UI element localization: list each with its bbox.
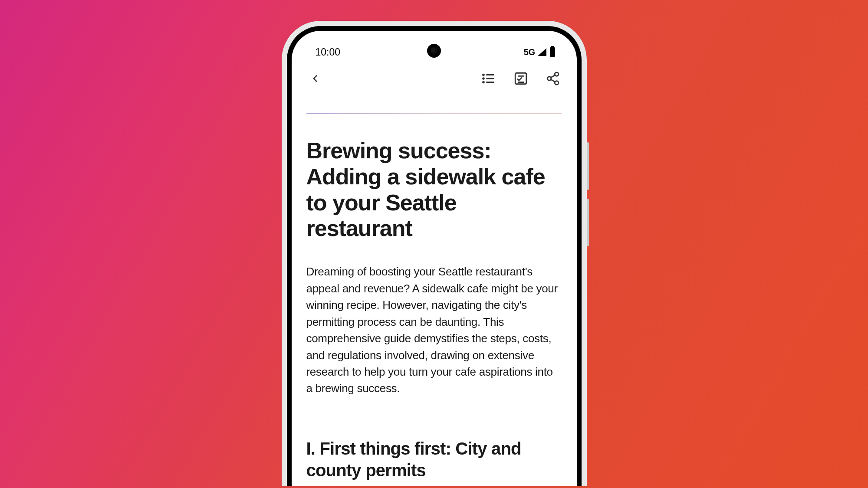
svg-point-5 <box>483 82 484 83</box>
share-button[interactable] <box>546 71 560 86</box>
svg-point-3 <box>483 74 484 75</box>
svg-point-10 <box>547 77 551 81</box>
svg-line-13 <box>551 75 555 78</box>
phone-bezel: 10:00 5G <box>287 26 582 486</box>
list-icon <box>481 71 496 86</box>
checklist-button[interactable] <box>513 71 528 86</box>
svg-point-4 <box>483 78 484 79</box>
camera-hole <box>427 44 441 58</box>
power-button <box>587 199 589 246</box>
share-icon <box>546 71 560 86</box>
article-content: Brewing success: Adding a sidewalk cafe … <box>292 96 577 481</box>
article-intro: Dreaming of boosting your Seattle restau… <box>306 263 562 397</box>
list-button[interactable] <box>481 71 496 86</box>
gradient-divider <box>306 113 562 114</box>
status-indicators: 5G <box>524 47 555 57</box>
toolbar-actions <box>481 71 560 86</box>
article-title: Brewing success: Adding a sidewalk cafe … <box>306 138 562 242</box>
network-label: 5G <box>524 47 535 57</box>
svg-point-11 <box>555 81 559 85</box>
phone-frame: 10:00 5G <box>282 21 587 486</box>
battery-icon <box>550 47 555 57</box>
section-heading: I. First things first: City and county p… <box>306 438 562 481</box>
chevron-left-icon <box>309 73 321 84</box>
signal-icon <box>538 48 546 56</box>
svg-point-9 <box>555 72 559 76</box>
section-divider <box>306 418 562 418</box>
volume-button <box>587 142 589 190</box>
checklist-icon <box>513 71 528 86</box>
app-toolbar <box>292 60 577 96</box>
phone-screen: 10:00 5G <box>292 31 577 486</box>
back-button[interactable] <box>306 70 324 87</box>
status-time: 10:00 <box>316 46 341 58</box>
svg-line-12 <box>551 79 555 82</box>
